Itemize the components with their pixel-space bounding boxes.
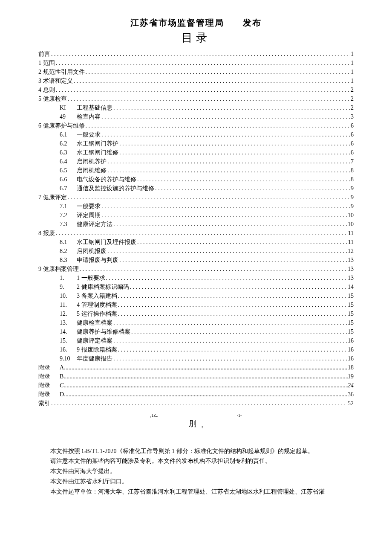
toc-entry: 5 健康检查2 [38, 94, 354, 103]
toc-subentry: 7.1一般要求9 [38, 202, 354, 211]
toc-label: 1 范围 [38, 58, 55, 67]
toc-entry: 6 健康养护与维修6 [38, 121, 354, 130]
toc-entry: 3 术语和定义1 [38, 76, 354, 85]
toc-page: 11 [348, 229, 354, 238]
toc-label: 检查内容 [77, 112, 101, 121]
toc-page: 2 [351, 94, 354, 103]
appendix-prefix: 附录 [38, 372, 60, 381]
toc-label: 启闭机报废 [77, 247, 107, 256]
toc-subentry: 6.7通信及监控设施的养护与维修9 [38, 184, 354, 193]
appendix-entry: 附录A18 [38, 363, 354, 372]
toc-label: 健康检查档案 [77, 318, 112, 327]
toc-label: 评定周期 [77, 211, 101, 220]
appendix-letter: C [60, 381, 63, 390]
toc-label: 索引 [38, 399, 50, 408]
toc-page: 6 [351, 121, 354, 130]
toc-label: 2 规范性引用文件 [38, 67, 85, 76]
appendix-prefix: 附录 [38, 381, 60, 390]
toc-label: 4 总则 [38, 85, 55, 94]
appendix-entry: 附录C24 [38, 381, 354, 390]
toc-subentry: 6.5启闭机维修8 [38, 166, 354, 175]
toc-page: 13 [348, 273, 354, 282]
toc-title: 目录 [38, 30, 354, 45]
toc-number: 7.1 [60, 202, 77, 211]
issuing-org-line: 江苏省市场监督管理局 发布 [38, 17, 354, 29]
body-paragraph: 本文件由河海大学提出。 [38, 466, 354, 477]
toc-subentry: 7.2评定周期10 [38, 211, 354, 220]
toc-page: 9 [351, 193, 354, 202]
toc-label: 前言 [38, 49, 50, 58]
toc-number: 6.4 [60, 157, 77, 166]
toc-label: 3 备案入籍建档 [77, 291, 117, 300]
toc-page: 6 [351, 148, 354, 157]
toc-label: 工程基础信息 [77, 103, 112, 112]
toc-page: 1 [351, 49, 354, 58]
toc-number: 15. [60, 336, 77, 345]
toc-number: 6.2 [60, 139, 77, 148]
toc-entry: 8 报废11 [38, 229, 354, 238]
toc-label: 5 健康检查 [38, 94, 67, 103]
toc-label: 电气设备的养护与维修 [77, 175, 136, 184]
toc-subentry: 6.4启闭机养护7 [38, 157, 354, 166]
body-paragraph: 本文件由江苏省水利厅归口。 [38, 477, 354, 487]
toc-label: 健康养护与维修档案 [77, 327, 130, 336]
toc-page: 11 [348, 238, 354, 247]
toc-label: 一般要求 [77, 130, 101, 139]
toc-label: 年度健康报告 [77, 354, 112, 363]
toc-entry: 4 总则2 [38, 85, 354, 94]
toc-number: 12. [60, 309, 77, 318]
toc-label: 水工钢闸门维修 [77, 148, 118, 157]
toc-number: 10. [60, 291, 77, 300]
toc-entry: 9 健康档案管理13 [38, 264, 354, 273]
toc-label: 9 健康档案管理 [38, 264, 79, 273]
toc-label: 6 健康养护与维修 [38, 121, 85, 130]
toc-label: 申请报废与判废 [77, 256, 118, 264]
toc-subentry: 8.1水工钢闸门及埋件报废11 [38, 238, 354, 247]
toc-entry: 前言1 [38, 49, 354, 58]
toc-number: 6.6 [60, 175, 77, 184]
toc: 前言11 范围12 规范性引用文件13 术语和定义14 总则25 健康检查2KI… [38, 49, 354, 408]
toc-page: 1 [351, 76, 354, 85]
toc-page: 1 [351, 58, 354, 67]
toc-number: 16. [60, 345, 77, 354]
toc-label: 启闭机维修 [77, 166, 107, 175]
toc-page: 16 [348, 336, 354, 345]
toc-page: 15 [348, 291, 354, 300]
toc-subentry: 7.3健康评定方法10 [38, 220, 354, 229]
toc-entry: 1 范围1 [38, 58, 354, 67]
appendix-entry: 附录B19 [38, 372, 354, 381]
toc-page: 8 [351, 175, 354, 184]
body-paragraph: 请注意本文件的某些内容可能涉及专利。本文件的发布机构不承担识别专利的责任。 [38, 456, 354, 466]
appendix-prefix: 附录 [38, 363, 60, 372]
org-name: 江苏省市场监督管理局 [130, 18, 224, 27]
toc-page: 16 [348, 345, 354, 354]
toc-number: 9.10 [60, 354, 77, 363]
appendix-entry: 附录D36 [38, 390, 354, 399]
toc-page: 24 [348, 381, 354, 390]
toc-subentry: 8.2启闭机报废12 [38, 247, 354, 256]
toc-page: 2 [351, 85, 354, 94]
toc-page: 16 [348, 354, 354, 363]
toc-number: 6.1 [60, 130, 77, 139]
toc-page: 10 [348, 220, 354, 229]
toc-subentry: 12.5 运行操作档案15 [38, 309, 354, 318]
toc-label: 8 报废 [38, 229, 55, 238]
toc-subentry: 6.6电气设备的养护与维修8 [38, 175, 354, 184]
toc-number: 13. [60, 318, 77, 327]
toc-number: 6.3 [60, 148, 77, 157]
toc-label: 1 一般要求 [77, 273, 105, 282]
footer-marks: ,1Z.. -1- 刖 s [38, 412, 354, 429]
toc-page: 6 [351, 139, 354, 148]
toc-page: 19 [348, 372, 354, 381]
toc-page: 15 [348, 300, 354, 309]
toc-page: 13 [348, 264, 354, 273]
toc-page: 15 [348, 318, 354, 327]
toc-subentry: KI工程基础信息2 [38, 103, 354, 112]
toc-page: 7 [351, 157, 354, 166]
toc-label: 启闭机养护 [77, 157, 107, 166]
toc-subentry: 1.1 一般要求13 [38, 273, 354, 282]
toc-number: 6.7 [60, 184, 77, 193]
toc-number: 6.5 [60, 166, 77, 175]
toc-entry: 2 规范性引用文件1 [38, 67, 354, 76]
toc-label: 9 报废除籍档案 [77, 345, 117, 354]
